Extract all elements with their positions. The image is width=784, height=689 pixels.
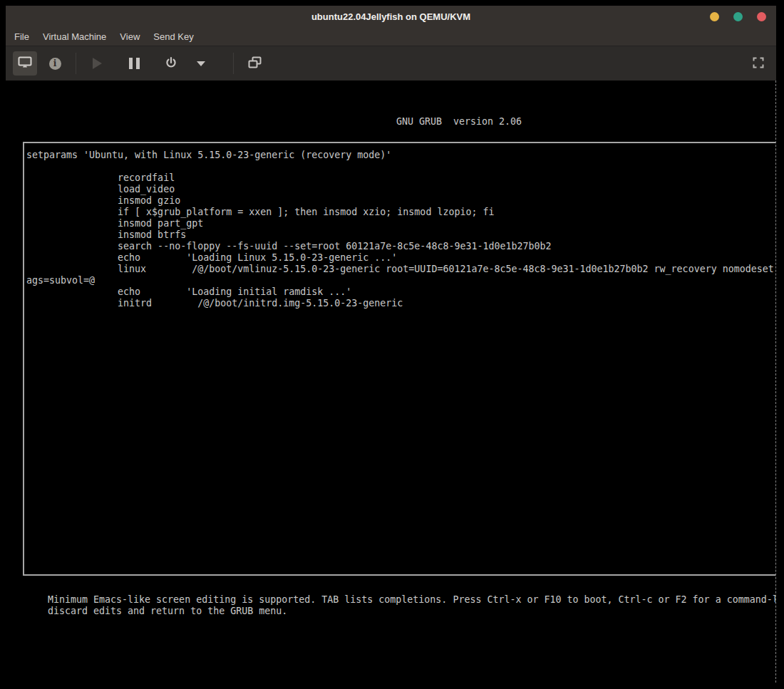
titlebar[interactable]: ubuntu22.04Jellyfish on QEMU/KVM	[6, 6, 776, 27]
grub-edit-line: insmod gzio	[26, 195, 775, 207]
fullscreen-button[interactable]	[746, 51, 770, 76]
menubar: File Virtual Machine View Send Key	[6, 27, 776, 46]
toolbar-separator	[233, 53, 234, 74]
grub-edit-box: setparams 'Ubuntu, with Linux 5.15.0-23-…	[23, 142, 775, 576]
info-icon: i	[49, 58, 61, 70]
grub-edit-line: if [ x$grub_platform = xxen ]; then insm…	[26, 207, 775, 218]
toolbar-separator	[76, 53, 76, 74]
menu-virtual-machine[interactable]: Virtual Machine	[43, 31, 106, 42]
snapshots-icon	[248, 56, 262, 71]
grub-help-line: Minimum Emacs-like screen editing is sup…	[48, 594, 775, 606]
grub-edit-line: initrd /@/boot/initrd.img-5.15.0-23-gene…	[26, 298, 775, 309]
minimize-dot-icon[interactable]	[710, 12, 719, 21]
grub-help-text: Minimum Emacs-like screen editing is sup…	[48, 594, 775, 617]
window-title: ubuntu22.04Jellyfish on QEMU/KVM	[311, 11, 470, 22]
menu-file[interactable]: File	[14, 31, 29, 42]
console-button[interactable]	[13, 51, 37, 76]
toolbar: i	[6, 46, 776, 81]
shutdown-button[interactable]	[159, 51, 183, 76]
grub-edit-line: search --no-floppy --fs-uuid --set=root …	[26, 241, 775, 252]
grub-edit-line: load_video	[26, 184, 775, 195]
pause-icon	[129, 58, 140, 69]
play-icon	[93, 58, 102, 69]
fullscreen-icon	[753, 57, 764, 71]
grub-edit-line: setparams 'Ubuntu, with Linux 5.15.0-23-…	[26, 150, 775, 161]
console-monitor-icon	[18, 56, 32, 71]
guest-console-grub-screen[interactable]: GNU GRUB version 2.06 setparams 'Ubuntu,…	[6, 81, 775, 683]
grub-help-line: discard edits and return to the GRUB men…	[48, 606, 775, 617]
grub-edit-line: echo 'Loading initial ramdisk ...'	[26, 286, 775, 298]
grub-edit-line: linux /@/boot/vmlinuz-5.15.0-23-generic …	[26, 264, 775, 275]
pause-button[interactable]	[122, 51, 146, 76]
grub-edit-line: ags=subvol=@	[26, 275, 775, 286]
close-dot-icon[interactable]	[757, 12, 766, 21]
shutdown-menu-button[interactable]	[189, 51, 213, 76]
maximize-dot-icon[interactable]	[733, 12, 743, 21]
vm-viewer-window: ubuntu22.04Jellyfish on QEMU/KVM File Vi…	[6, 6, 776, 81]
window-controls	[710, 6, 766, 27]
chevron-down-icon	[197, 61, 205, 66]
grub-edit-line: recordfail	[26, 172, 775, 184]
grub-edit-line: echo 'Loading Linux 5.15.0-23-generic ..…	[26, 252, 775, 264]
grub-edit-line: insmod btrfs	[26, 229, 775, 241]
menu-view[interactable]: View	[120, 31, 140, 42]
desktop: { "window": { "title": "ubuntu22.04Jelly…	[0, 0, 784, 689]
run-button[interactable]	[85, 51, 109, 76]
display-clip-boundary	[775, 81, 776, 683]
menu-send-key[interactable]: Send Key	[153, 31, 193, 42]
snapshots-button[interactable]	[242, 51, 267, 76]
power-icon	[165, 56, 177, 71]
details-button[interactable]: i	[43, 51, 67, 76]
grub-version-header: GNU GRUB version 2.06	[396, 116, 522, 128]
grub-edit-line	[26, 161, 775, 172]
grub-edit-line: insmod part_gpt	[26, 218, 775, 229]
